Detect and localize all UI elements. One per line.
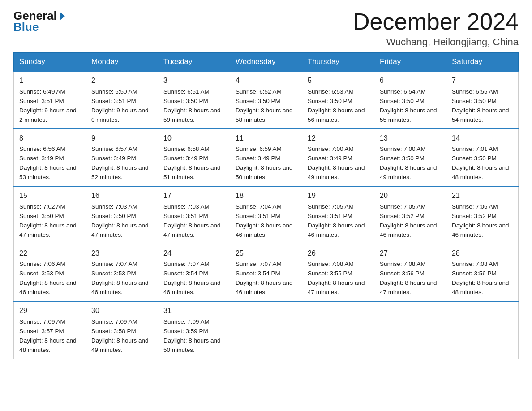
day-number: 15 xyxy=(19,190,80,201)
sunrise-text: Sunrise: 6:56 AM xyxy=(19,146,65,152)
daylight-text: Daylight: 8 hours and 59 minutes. xyxy=(163,107,221,123)
logo-arrow-icon xyxy=(60,12,65,21)
calendar-cell xyxy=(446,301,519,359)
day-header-tuesday: Tuesday xyxy=(158,53,230,72)
day-number: 22 xyxy=(19,248,80,259)
sunset-text: Sunset: 3:49 PM xyxy=(236,155,280,162)
sunset-text: Sunset: 3:49 PM xyxy=(308,155,352,162)
day-number: 21 xyxy=(452,190,513,201)
daylight-text: Daylight: 8 hours and 49 minutes. xyxy=(91,337,149,353)
day-number: 1 xyxy=(19,75,80,86)
calendar-cell: 31Sunrise: 7:09 AMSunset: 3:59 PMDayligh… xyxy=(158,301,230,359)
sunset-text: Sunset: 3:56 PM xyxy=(380,270,425,277)
sunrise-text: Sunrise: 7:06 AM xyxy=(452,203,498,210)
calendar-cell xyxy=(230,301,302,359)
logo-blue-label: Blue xyxy=(13,20,39,34)
logo: General Blue xyxy=(13,9,65,34)
day-number: 6 xyxy=(380,75,441,86)
daylight-text: Daylight: 8 hours and 52 minutes. xyxy=(91,164,149,180)
location-title: Wuchang, Heilongjiang, China xyxy=(353,36,519,48)
sunset-text: Sunset: 3:54 PM xyxy=(163,270,208,277)
month-title: December 2024 xyxy=(353,9,519,34)
sunset-text: Sunset: 3:53 PM xyxy=(19,270,64,277)
day-number: 11 xyxy=(236,133,296,144)
day-number: 16 xyxy=(91,190,152,201)
calendar-cell: 14Sunrise: 7:01 AMSunset: 3:50 PMDayligh… xyxy=(446,129,519,186)
calendar-week-row: 22Sunrise: 7:06 AMSunset: 3:53 PMDayligh… xyxy=(14,244,519,301)
sunset-text: Sunset: 3:50 PM xyxy=(452,98,497,104)
sunset-text: Sunset: 3:57 PM xyxy=(19,328,64,334)
calendar-cell: 23Sunrise: 7:07 AMSunset: 3:53 PMDayligh… xyxy=(86,244,158,301)
sunset-text: Sunset: 3:55 PM xyxy=(308,270,352,277)
sunrise-text: Sunrise: 7:04 AM xyxy=(236,203,282,210)
calendar-cell: 27Sunrise: 7:08 AMSunset: 3:56 PMDayligh… xyxy=(374,244,446,301)
day-number: 26 xyxy=(308,248,369,259)
sunset-text: Sunset: 3:58 PM xyxy=(91,328,136,334)
day-number: 2 xyxy=(91,75,152,86)
sunrise-text: Sunrise: 7:09 AM xyxy=(163,318,210,325)
daylight-text: Daylight: 8 hours and 46 minutes. xyxy=(163,279,221,295)
day-number: 20 xyxy=(380,190,441,201)
daylight-text: Daylight: 8 hours and 47 minutes. xyxy=(19,222,77,238)
daylight-text: Daylight: 8 hours and 58 minutes. xyxy=(236,107,293,123)
page-header: General Blue December 2024 Wuchang, Heil… xyxy=(13,9,519,48)
calendar-cell: 15Sunrise: 7:02 AMSunset: 3:50 PMDayligh… xyxy=(14,186,86,244)
day-number: 30 xyxy=(91,305,152,317)
day-number: 4 xyxy=(236,75,296,86)
sunset-text: Sunset: 3:50 PM xyxy=(91,213,136,219)
daylight-text: Daylight: 8 hours and 48 minutes. xyxy=(452,279,509,295)
sunset-text: Sunset: 3:50 PM xyxy=(380,155,425,162)
calendar-cell: 22Sunrise: 7:06 AMSunset: 3:53 PMDayligh… xyxy=(14,244,86,301)
daylight-text: Daylight: 8 hours and 46 minutes. xyxy=(308,222,365,238)
day-number: 7 xyxy=(452,75,513,86)
sunset-text: Sunset: 3:49 PM xyxy=(91,155,136,162)
daylight-text: Daylight: 8 hours and 56 minutes. xyxy=(308,107,365,123)
calendar-cell: 30Sunrise: 7:09 AMSunset: 3:58 PMDayligh… xyxy=(86,301,158,359)
day-number: 23 xyxy=(91,248,152,259)
sunset-text: Sunset: 3:52 PM xyxy=(452,213,497,219)
day-number: 5 xyxy=(308,75,369,86)
daylight-text: Daylight: 9 hours and 2 minutes. xyxy=(19,107,77,123)
daylight-text: Daylight: 8 hours and 47 minutes. xyxy=(308,279,365,295)
sunrise-text: Sunrise: 7:01 AM xyxy=(452,146,498,152)
sunrise-text: Sunrise: 7:08 AM xyxy=(308,261,354,267)
day-number: 28 xyxy=(452,248,513,259)
calendar-cell: 11Sunrise: 6:59 AMSunset: 3:49 PMDayligh… xyxy=(230,129,302,186)
sunset-text: Sunset: 3:49 PM xyxy=(19,155,64,162)
sunset-text: Sunset: 3:51 PM xyxy=(308,213,352,219)
sunset-text: Sunset: 3:59 PM xyxy=(163,328,208,334)
daylight-text: Daylight: 8 hours and 53 minutes. xyxy=(19,164,77,180)
day-header-monday: Monday xyxy=(86,53,158,72)
daylight-text: Daylight: 8 hours and 49 minutes. xyxy=(308,164,365,180)
daylight-text: Daylight: 8 hours and 50 minutes. xyxy=(236,164,293,180)
sunset-text: Sunset: 3:51 PM xyxy=(163,213,208,219)
sunrise-text: Sunrise: 6:51 AM xyxy=(163,88,210,95)
day-number: 25 xyxy=(236,248,296,259)
day-number: 27 xyxy=(380,248,441,259)
day-number: 10 xyxy=(163,133,224,144)
calendar-cell: 6Sunrise: 6:54 AMSunset: 3:50 PMDaylight… xyxy=(374,71,446,128)
sunrise-text: Sunrise: 6:53 AM xyxy=(308,88,354,95)
daylight-text: Daylight: 8 hours and 47 minutes. xyxy=(91,222,149,238)
sunrise-text: Sunrise: 6:49 AM xyxy=(19,88,65,95)
day-header-wednesday: Wednesday xyxy=(230,53,302,72)
day-number: 9 xyxy=(91,133,152,144)
day-number: 14 xyxy=(452,133,513,144)
calendar-cell: 25Sunrise: 7:07 AMSunset: 3:54 PMDayligh… xyxy=(230,244,302,301)
calendar-cell: 17Sunrise: 7:03 AMSunset: 3:51 PMDayligh… xyxy=(158,186,230,244)
day-number: 3 xyxy=(163,75,224,86)
daylight-text: Daylight: 8 hours and 48 minutes. xyxy=(452,164,509,180)
sunrise-text: Sunrise: 6:57 AM xyxy=(91,146,137,152)
day-header-sunday: Sunday xyxy=(14,53,86,72)
sunrise-text: Sunrise: 7:06 AM xyxy=(19,261,65,267)
sunrise-text: Sunrise: 7:05 AM xyxy=(380,203,426,210)
sunset-text: Sunset: 3:51 PM xyxy=(236,213,280,219)
calendar-cell: 24Sunrise: 7:07 AMSunset: 3:54 PMDayligh… xyxy=(158,244,230,301)
sunrise-text: Sunrise: 6:55 AM xyxy=(452,88,498,95)
sunset-text: Sunset: 3:53 PM xyxy=(91,270,136,277)
sunrise-text: Sunrise: 7:08 AM xyxy=(380,261,426,267)
daylight-text: Daylight: 9 hours and 0 minutes. xyxy=(91,107,149,123)
sunset-text: Sunset: 3:50 PM xyxy=(452,155,497,162)
sunrise-text: Sunrise: 7:00 AM xyxy=(380,146,426,152)
daylight-text: Daylight: 8 hours and 46 minutes. xyxy=(452,222,509,238)
